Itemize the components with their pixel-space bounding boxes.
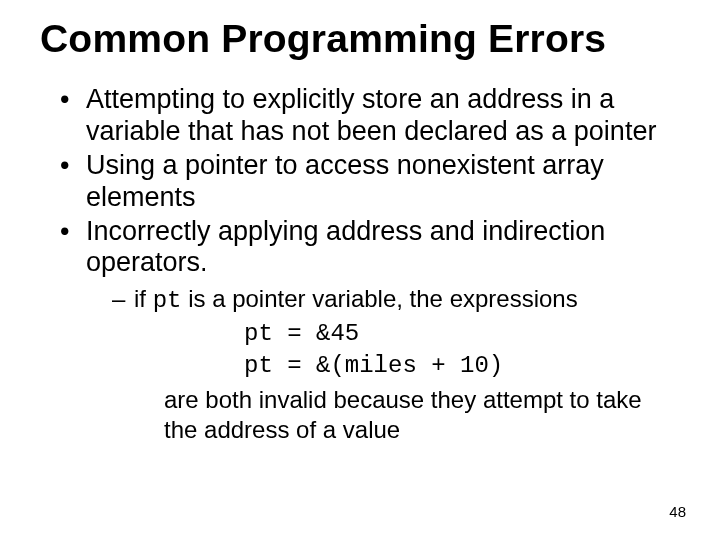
code-line-1: pt = &45	[244, 320, 680, 349]
sub-list: if pt is a pointer variable, the express…	[86, 285, 680, 445]
text: is a pointer variable, the expressions	[181, 285, 577, 312]
list-item: if pt is a pointer variable, the express…	[112, 285, 680, 445]
page-title: Common Programming Errors	[40, 18, 680, 60]
bullet-text: Incorrectly applying address and indirec…	[86, 216, 605, 278]
text: are both invalid because they attempt to…	[164, 385, 680, 445]
code-inline-pt: pt	[153, 287, 182, 314]
text: if	[134, 285, 153, 312]
slide: Common Programming Errors Attempting to …	[0, 0, 720, 540]
list-item: Incorrectly applying address and indirec…	[60, 216, 680, 446]
list-item: Using a pointer to access nonexistent ar…	[60, 150, 680, 214]
bullet-list: Attempting to explicitly store an addres…	[40, 84, 680, 445]
page-number: 48	[669, 503, 686, 520]
code-line-2: pt = &(miles + 10)	[244, 352, 680, 381]
list-item: Attempting to explicitly store an addres…	[60, 84, 680, 148]
